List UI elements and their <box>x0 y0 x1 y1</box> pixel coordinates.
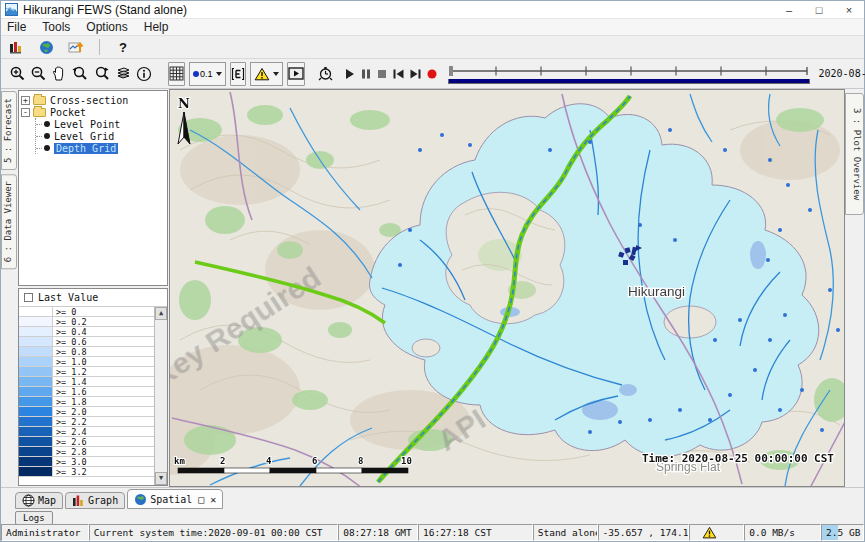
tree-item-level-grid[interactable]: Level Grid <box>36 130 165 142</box>
legend-color-swatch <box>19 407 53 416</box>
status-bar: Administrator Current system time:2020-0… <box>1 524 864 541</box>
window-title: Hikurangi FEWS (Stand alone) <box>23 3 187 17</box>
title-bar: Hikurangi FEWS (Stand alone) – □ × <box>1 1 864 19</box>
tab-spatial[interactable]: Spatial □ ✕ <box>127 489 223 509</box>
legend-row[interactable]: >= 0 <box>19 307 154 317</box>
menu-tools[interactable]: Tools <box>42 20 70 34</box>
legend-row[interactable]: >= 0.4 <box>19 327 154 337</box>
zoom-out-icon[interactable] <box>30 62 47 86</box>
left-tab-strip: 5 : Forecast 6 : Data Viewer <box>1 89 17 487</box>
time-slider-track[interactable] <box>448 64 810 78</box>
class-break-value-button[interactable]: 0.1 <box>189 62 226 86</box>
tab-plot-overview[interactable]: 3 : Plot Overview <box>845 93 864 215</box>
menu-help[interactable]: Help <box>144 20 169 34</box>
zoom-previous-icon[interactable] <box>71 62 89 86</box>
grid-toggle-button[interactable] <box>168 62 185 86</box>
legend-row[interactable]: >= 0.2 <box>19 317 154 327</box>
tab-data-viewer[interactable]: 6 : Data Viewer <box>1 174 17 269</box>
time-slider-handle[interactable] <box>449 66 453 76</box>
status-gmt-time: 08:27:18 GMT <box>338 524 418 541</box>
scale-tick-label: 8 <box>358 456 363 466</box>
animate-movie-button[interactable] <box>287 62 305 86</box>
map-display-icon[interactable] <box>35 37 57 57</box>
expand-icon[interactable]: + <box>21 96 30 105</box>
warning-filter-button[interactable] <box>250 62 283 86</box>
layers-icon[interactable] <box>115 62 132 86</box>
bar-chart-icon <box>72 494 85 507</box>
scale-bar-segments <box>178 468 408 473</box>
menu-file[interactable]: File <box>7 20 26 34</box>
legend-scrollbar[interactable]: ▲ ▼ <box>154 307 167 485</box>
stop-button[interactable] <box>376 62 388 86</box>
tree-item-pocket[interactable]: - Pocket <box>21 106 165 118</box>
legend-row[interactable]: >= 1.2 <box>19 367 154 377</box>
info-icon[interactable] <box>136 62 152 86</box>
zoom-in-icon[interactable] <box>9 62 26 86</box>
tree-item-depth-grid[interactable]: Depth Grid <box>36 142 165 154</box>
play-button[interactable] <box>344 62 356 86</box>
tree-item-label: Pocket <box>50 107 86 118</box>
pan-hand-icon[interactable] <box>51 62 67 86</box>
tab-close-icon[interactable]: ✕ <box>210 494 216 505</box>
legend-row[interactable]: >= 1.6 <box>19 387 154 397</box>
legend-row[interactable]: >= 3.2 <box>19 467 154 477</box>
time-series-icon[interactable] <box>65 37 87 57</box>
tree-item-cross-section[interactable]: + Cross-section <box>21 94 165 106</box>
legend-row[interactable]: >= 0.6 <box>19 337 154 347</box>
tab-map[interactable]: Map <box>15 492 63 509</box>
scroll-down-icon[interactable]: ▼ <box>155 472 167 485</box>
pause-button[interactable] <box>360 62 372 86</box>
record-button[interactable] <box>426 62 438 86</box>
time-settings-icon[interactable] <box>317 62 334 86</box>
status-warning-cell[interactable] <box>689 524 744 541</box>
map-viewport[interactable]: API Key Required API Key Required <box>169 89 845 487</box>
zoom-next-icon[interactable] <box>93 62 111 86</box>
last-value-checkbox[interactable] <box>24 293 33 302</box>
scale-tick-label: 6 <box>312 456 317 466</box>
help-button[interactable]: ? <box>112 37 134 57</box>
scroll-up-icon[interactable]: ▲ <box>155 307 167 320</box>
value-dot-icon <box>193 71 199 77</box>
tab-forecast[interactable]: 5 : Forecast <box>1 91 17 170</box>
skip-start-button[interactable] <box>392 62 405 86</box>
legend-row[interactable]: >= 2.4 <box>19 427 154 437</box>
legend-value-label: >= 0 <box>53 307 154 316</box>
scale-tick-label: 4 <box>266 456 272 466</box>
tab-maximize-icon[interactable]: □ <box>198 494 204 505</box>
map-canvas[interactable]: API Key Required API Key Required <box>170 90 845 487</box>
collapse-icon[interactable]: - <box>21 108 30 117</box>
legend-row[interactable]: >= 2.6 <box>19 437 154 447</box>
legend-row[interactable]: >= 3.0 <box>19 457 154 467</box>
legend-row[interactable]: >= 1.4 <box>19 377 154 387</box>
legend-value-label: >= 0.4 <box>53 327 154 336</box>
legend-row[interactable]: >= 0.8 <box>19 347 154 357</box>
compass-n-label: N <box>178 96 190 111</box>
legend-value-label: >= 0.8 <box>53 347 154 356</box>
legend-row[interactable]: >= 1.8 <box>19 397 154 407</box>
database-icon[interactable] <box>5 37 27 57</box>
legend-row[interactable]: >= 2.8 <box>19 447 154 457</box>
scale-tick-label: 2 <box>220 456 225 466</box>
labels-toggle-button[interactable] <box>230 62 246 86</box>
minimize-button[interactable]: – <box>774 1 804 18</box>
last-value-label: Last Value <box>38 292 98 303</box>
scale-unit-label: km <box>174 456 185 466</box>
logs-button[interactable]: Logs <box>15 511 53 525</box>
tree-item-label: Level Grid <box>54 131 114 142</box>
legend-value-label: >= 2.2 <box>53 417 154 426</box>
legend-color-swatch <box>19 397 53 406</box>
close-button[interactable]: × <box>834 1 864 18</box>
menu-options[interactable]: Options <box>86 20 127 34</box>
skip-end-button[interactable] <box>409 62 422 86</box>
time-slider[interactable] <box>448 64 810 84</box>
tree-item-level-point[interactable]: Level Point <box>36 118 165 130</box>
tab-graph[interactable]: Graph <box>65 492 125 509</box>
maximize-button[interactable]: □ <box>804 1 834 18</box>
main-toolbar: ? <box>1 36 864 59</box>
legend-row[interactable]: >= 2.0 <box>19 407 154 417</box>
tree-item-label: Depth Grid <box>54 143 118 154</box>
spatial-globe-icon <box>134 493 147 506</box>
legend-row[interactable]: >= 2.2 <box>19 417 154 427</box>
tree-item-label: Cross-section <box>50 95 128 106</box>
legend-row[interactable]: >= 1.0 <box>19 357 154 367</box>
